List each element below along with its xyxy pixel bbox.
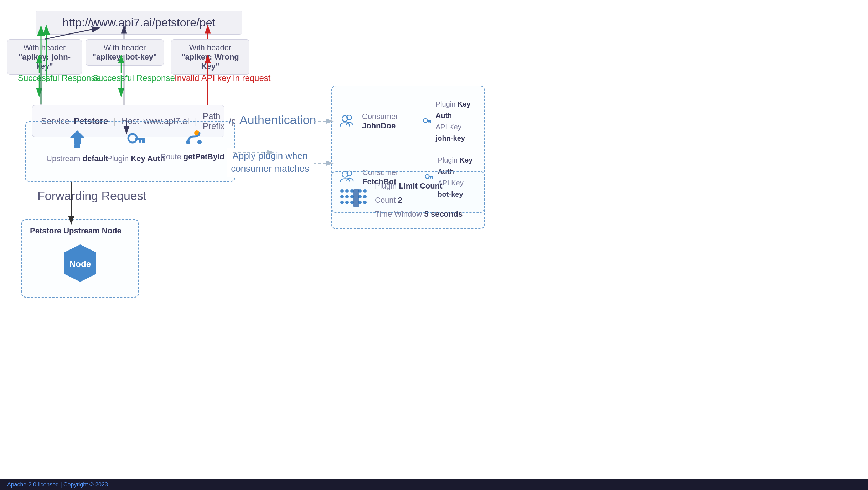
- diagram: http://www.api7.ai/petstore/pet With hea…: [0, 0, 868, 490]
- header-wrong-line2: "apikey: Wrong Key": [181, 52, 239, 71]
- route-bold: getPetById: [184, 152, 224, 161]
- svg-point-29: [340, 201, 344, 204]
- response-bot: Successful Response: [93, 73, 175, 83]
- response-wrong: Invalid API key in request: [175, 73, 270, 83]
- john-plugin-info: Plugin Key Auth API Key john-key: [436, 98, 477, 144]
- upstream-node-title: Petstore Upstream Node: [30, 226, 122, 236]
- header-bot-line2: "apikey: bot-key": [92, 52, 157, 61]
- url-text: http://www.api7.ai/petstore/pet: [63, 16, 216, 29]
- svg-rect-38: [353, 189, 359, 207]
- header-john-line1: With header: [24, 43, 66, 52]
- route-icon: [181, 127, 204, 149]
- key-auth-icon: [125, 128, 148, 151]
- svg-point-37: [363, 201, 367, 204]
- limit-count-box: Plugin Limit Count Count 2 Time Window 5…: [331, 171, 485, 229]
- header-john: With header "apikey: john-key": [7, 39, 82, 75]
- svg-rect-4: [142, 140, 145, 143]
- apply-plugin-label: Apply plugin when consumer matches: [227, 148, 313, 177]
- svg-point-8: [197, 140, 202, 144]
- route-label: Route: [160, 152, 181, 161]
- keyauth-icon-group: Plugin Key Auth: [107, 128, 165, 163]
- svg-text:Node: Node: [69, 259, 91, 269]
- auth-label: Authentication: [235, 112, 321, 128]
- url-bar: http://www.api7.ai/petstore/pet: [36, 11, 242, 35]
- bottom-link: Apache-2.0 licensed | Copyright © 2023: [7, 481, 108, 488]
- header-john-line2: "apikey: john-key": [19, 52, 71, 71]
- consumer-john-icon: [339, 110, 355, 132]
- node-hexagon: Node: [62, 243, 98, 285]
- key-john-icon: [422, 114, 432, 128]
- header-wrong: With header "apikey: Wrong Key": [171, 39, 249, 75]
- svg-point-30: [345, 201, 349, 204]
- header-bot-line1: With header: [104, 43, 146, 52]
- svg-point-26: [340, 195, 344, 198]
- svg-point-23: [340, 189, 344, 193]
- upstream-icon-group: Upstream default: [46, 128, 108, 163]
- svg-point-31: [350, 201, 354, 204]
- svg-point-7: [186, 140, 190, 144]
- header-bot: With header "apikey: bot-key": [86, 39, 164, 66]
- response-john: Successful Response: [18, 73, 100, 83]
- upstream-bold: default: [82, 154, 108, 163]
- upstream-icon: [66, 128, 89, 151]
- svg-point-33: [363, 189, 367, 193]
- svg-point-24: [345, 189, 349, 193]
- svg-rect-15: [430, 121, 431, 123]
- header-wrong-line1: With header: [189, 43, 232, 52]
- consumer-john-name: Consumer JohnDoe: [362, 112, 415, 130]
- svg-point-28: [350, 195, 354, 198]
- bottom-bar: Apache-2.0 licensed | Copyright © 2023: [0, 479, 868, 490]
- upstream-label: Upstream: [46, 154, 80, 163]
- keyauth-bold: Key Auth: [131, 154, 165, 163]
- svg-point-27: [345, 195, 349, 198]
- svg-rect-16: [428, 121, 429, 123]
- svg-point-25: [350, 189, 354, 193]
- limit-count-icon: [339, 187, 368, 212]
- forwarding-label: Forwarding Request: [37, 189, 146, 203]
- svg-point-35: [363, 195, 367, 198]
- limit-count-text: Plugin Limit Count Count 2 Time Window 5…: [375, 179, 463, 221]
- svg-marker-0: [70, 130, 84, 144]
- consumer-john-row: Consumer JohnDoe Plugin Key Auth API Key…: [339, 93, 477, 149]
- svg-rect-5: [139, 140, 141, 143]
- svg-rect-1: [74, 144, 80, 148]
- route-icon-group: Route getPetById: [160, 127, 224, 161]
- keyauth-label: Plugin: [107, 154, 129, 163]
- upstream-node-box: Petstore Upstream Node Node: [21, 219, 139, 298]
